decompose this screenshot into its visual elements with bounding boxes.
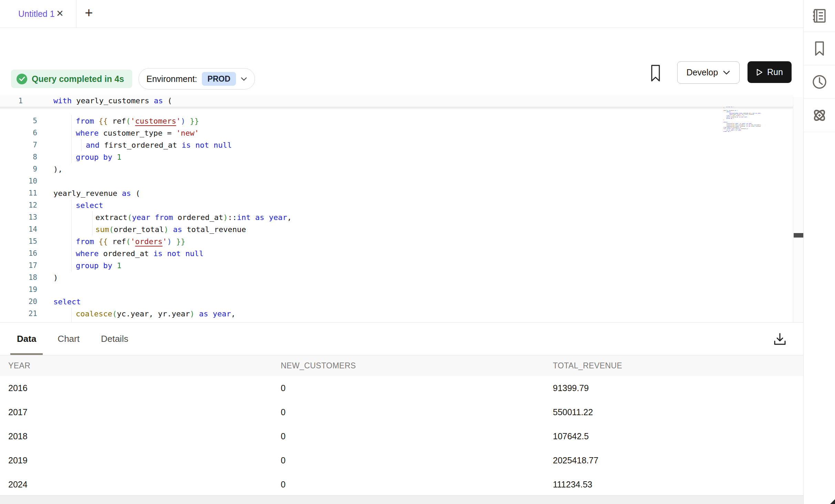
- code-token: ): [53, 273, 58, 282]
- bookmark-icon: [650, 64, 661, 82]
- code-line-13: 13extract(year from ordered_at)::int as …: [0, 211, 793, 223]
- chevron-down-icon: [723, 70, 730, 75]
- code-line-5: 5from {{ ref('customers') }}: [0, 115, 793, 127]
- develop-dropdown[interactable]: Develop: [677, 61, 740, 84]
- table-cell: 0: [281, 383, 553, 393]
- window-resize-grip[interactable]: [830, 499, 835, 504]
- code-token: coalesce: [76, 309, 112, 318]
- code-token: ': [176, 117, 181, 125]
- line-number: 22: [0, 320, 37, 322]
- horizontal-scrollbar-track[interactable]: [0, 495, 803, 504]
- environment-value-chip: PROD: [202, 72, 236, 86]
- code-token: is: [153, 249, 163, 258]
- code-line-18: 18): [0, 272, 793, 284]
- run-button[interactable]: Run: [748, 61, 792, 83]
- code-token: {{: [99, 237, 108, 246]
- code-token: as: [199, 309, 208, 318]
- code-token: ,: [287, 213, 291, 222]
- code-token: by: [103, 153, 112, 161]
- code-token: (: [126, 237, 131, 246]
- code-text: coalesce(yc.new_customers, 0) as new_cus…: [76, 320, 290, 322]
- bookmarks-button[interactable]: [804, 32, 835, 65]
- column-header-total_revenue: TOTAL_REVENUE: [553, 361, 803, 370]
- line-number: 6: [0, 127, 37, 139]
- code-token: from: [155, 213, 173, 222]
- code-text: yearly_revenue as (: [53, 187, 140, 199]
- sql-code-editor[interactable]: 5from {{ ref('customers') }}6where custo…: [0, 90, 803, 322]
- indent-guide: [71, 320, 72, 322]
- code-token: (: [112, 309, 117, 318]
- code-token: as: [255, 213, 265, 222]
- editor-scrollbar-track[interactable]: [793, 97, 803, 322]
- results-tab-details[interactable]: Details: [94, 323, 135, 355]
- code-token: is: [182, 141, 191, 149]
- code-text: and first_ordered_at is not null: [86, 139, 232, 151]
- indent-guide: [71, 308, 72, 320]
- code-token: as: [173, 225, 182, 234]
- editor-scrollbar-thumb[interactable]: [794, 233, 803, 238]
- code-token: where: [76, 129, 99, 137]
- code-token: (: [126, 117, 131, 125]
- code-text: select: [76, 199, 103, 211]
- code-token: }}: [176, 237, 185, 246]
- indent-guide: [92, 223, 93, 235]
- results-tab-chart[interactable]: Chart: [51, 323, 86, 355]
- line-number: 14: [0, 223, 37, 235]
- code-token: extract: [95, 213, 127, 222]
- code-token: ): [164, 225, 168, 234]
- code-text: ): [53, 272, 58, 284]
- indent-guide: [71, 223, 72, 235]
- line-number: 18: [0, 272, 37, 284]
- code-token: order_total: [114, 225, 164, 234]
- run-label: Run: [767, 67, 783, 77]
- code-line-11: 11yearly_revenue as (: [0, 187, 793, 199]
- code-token: ': [131, 117, 135, 125]
- code-token: ),: [53, 165, 63, 174]
- ide-window: Untitled 1 ✕ + Develop: [0, 0, 835, 504]
- dbt-lineage-button[interactable]: [804, 99, 835, 132]
- tab-untitled-1[interactable]: Untitled 1 ✕: [0, 0, 76, 28]
- code-token: (: [163, 96, 172, 105]
- sticky-scroll-line[interactable]: 1with yearly_customers as (: [0, 95, 793, 107]
- code-token: 1: [117, 261, 121, 270]
- code-token: total_revenue: [182, 225, 246, 234]
- editor-toolbar: Develop Run: [0, 28, 803, 61]
- new-tab-button[interactable]: +: [81, 0, 96, 28]
- code-token: select: [76, 201, 103, 210]
- code-token: (: [127, 213, 132, 222]
- code-text: extract(year from ordered_at)::int as ye…: [95, 211, 292, 223]
- environment-selector[interactable]: Environment: PROD: [138, 68, 255, 90]
- code-token: [94, 237, 99, 246]
- code-token: [208, 309, 213, 318]
- code-token: ': [131, 237, 135, 246]
- line-number: 9: [0, 163, 37, 175]
- results-list-button[interactable]: [804, 0, 835, 32]
- code-token: as: [154, 96, 163, 105]
- code-token: ref: [108, 237, 126, 246]
- code-token: orders: [135, 237, 162, 246]
- close-icon[interactable]: ✕: [54, 0, 66, 28]
- table-cell: 2017: [0, 407, 281, 417]
- code-token: ordered_at: [173, 213, 223, 222]
- code-text: group by 1: [76, 260, 121, 272]
- code-token: [209, 141, 214, 149]
- line-number: 17: [0, 260, 37, 272]
- table-cell: 111234.53: [553, 480, 803, 490]
- download-results-button[interactable]: [770, 329, 790, 349]
- code-token: ref: [108, 117, 126, 125]
- code-text: from {{ ref('orders') }}: [76, 235, 185, 248]
- results-tab-data[interactable]: Data: [10, 323, 43, 355]
- code-token: }}: [190, 117, 199, 125]
- table-row: 201902025418.77: [0, 448, 803, 473]
- code-token: by: [103, 261, 112, 270]
- code-token: and: [86, 141, 100, 149]
- code-token: yc.year, yr.year: [117, 309, 190, 318]
- history-button[interactable]: [804, 65, 835, 99]
- code-token: sum: [95, 225, 109, 234]
- code-text: ),: [53, 163, 63, 175]
- tab-title[interactable]: Untitled 1: [18, 0, 55, 28]
- code-line-7: 7and first_ordered_at is not null: [0, 139, 793, 151]
- table-cell: 2018: [0, 431, 281, 441]
- bookmark-button[interactable]: [648, 64, 663, 83]
- tab-bar: Untitled 1 ✕ +: [0, 0, 803, 28]
